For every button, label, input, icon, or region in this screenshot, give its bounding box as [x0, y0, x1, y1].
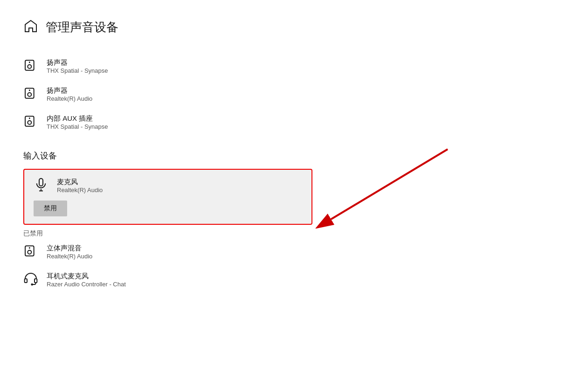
- highlighted-microphone-card: 麦克风 Realtek(R) Audio 禁用: [23, 169, 312, 225]
- disable-button[interactable]: 禁用: [34, 201, 67, 216]
- headset-icon: [23, 271, 38, 288]
- speaker-icon-1: [23, 58, 38, 75]
- microphone-icon: [34, 177, 48, 194]
- input-device-item-2[interactable]: 耳机式麦克风 Razer Audio Controller - Chat: [23, 266, 565, 294]
- svg-rect-16: [35, 279, 37, 283]
- output-device-item-2[interactable]: 扬声器 Realtek(R) Audio: [23, 80, 565, 108]
- svg-rect-9: [39, 179, 43, 186]
- output-device-item-1[interactable]: 扬声器 THX Spatial - Synapse: [23, 52, 565, 80]
- output-device-item-3[interactable]: 内部 AUX 插座 THX Spatial - Synapse: [23, 108, 565, 136]
- output-device-info-1: 扬声器 THX Spatial - Synapse: [47, 58, 108, 74]
- svg-point-17: [31, 284, 33, 285]
- output-device-info-3: 内部 AUX 插座 THX Spatial - Synapse: [47, 114, 108, 130]
- input-section-title: 输入设备: [23, 150, 565, 161]
- page-title: 管理声音设备: [46, 19, 118, 35]
- svg-point-13: [28, 250, 31, 254]
- output-devices-section: 扬声器 THX Spatial - Synapse 扬声器 Realtek(R)…: [23, 52, 565, 136]
- highlighted-device-info: 麦克风 Realtek(R) Audio: [57, 178, 103, 194]
- input-device-info-2: 耳机式麦克风 Razer Audio Controller - Chat: [47, 272, 126, 288]
- svg-point-4: [28, 93, 31, 97]
- stereo-mix-icon: [23, 243, 38, 260]
- home-icon: [23, 19, 38, 35]
- highlighted-device-item[interactable]: 麦克风 Realtek(R) Audio: [34, 177, 302, 201]
- output-device-info-2: 扬声器 Realtek(R) Audio: [47, 86, 92, 102]
- page-header: 管理声音设备: [23, 19, 565, 35]
- input-section: 输入设备 麦克风 Realtek(R) Audio 禁用: [23, 150, 565, 294]
- svg-point-1: [28, 65, 31, 69]
- svg-point-7: [28, 121, 31, 125]
- svg-rect-15: [25, 279, 27, 283]
- input-device-item-1[interactable]: 立体声混音 Realtek(R) Audio: [23, 238, 565, 266]
- disabled-status-text: 已禁用: [23, 229, 565, 238]
- input-device-info-1: 立体声混音 Realtek(R) Audio: [47, 244, 92, 260]
- speaker-icon-3: [23, 114, 38, 131]
- speaker-icon-2: [23, 86, 38, 103]
